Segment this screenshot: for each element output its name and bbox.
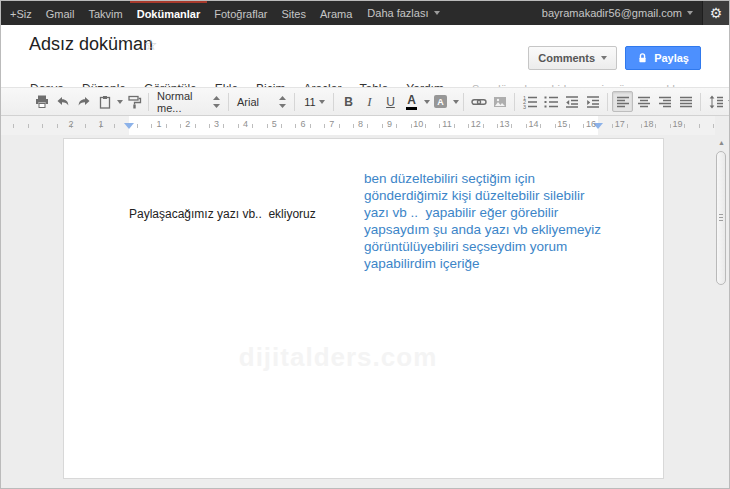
document-text-line: gönderdiğimiz kişi düzeltebilir silebili… (364, 187, 601, 204)
font-value: Arial (237, 96, 279, 108)
chevron-down-icon (319, 100, 325, 104)
topbar-nav-item[interactable]: Sites (274, 1, 312, 25)
share-button[interactable]: Paylaş (625, 46, 701, 70)
paint-format-button[interactable] (123, 91, 144, 112)
topbar-right: bayramakadir56@gmail.com ⚙ (533, 1, 729, 25)
align-left-button[interactable] (612, 91, 633, 112)
topbar-nav-item[interactable]: Arama (313, 1, 359, 25)
ruler-number: 4 (243, 120, 248, 129)
styles-value: Normal me... (157, 90, 213, 114)
ruler[interactable]: 2112345678910111213141516171819 (1, 116, 715, 135)
account-menu[interactable]: bayramakadir56@gmail.com (533, 1, 702, 25)
toolbar-separator (607, 93, 608, 111)
ruler-number: 2 (185, 120, 190, 129)
highlight-color-button[interactable]: A (430, 91, 451, 112)
comments-button[interactable]: Comments (528, 46, 617, 70)
toolbar-separator (333, 93, 334, 111)
svg-text:3: 3 (523, 103, 526, 109)
toolbar-separator (148, 93, 149, 111)
document-blue-text[interactable]: ben düzeltebiliri seçtiğim içingönderdiğ… (364, 170, 601, 272)
chevron-down-icon (601, 56, 607, 60)
ruler-number: 6 (300, 120, 305, 129)
ruler-number: 11 (442, 120, 451, 129)
toolbar-separator (294, 93, 295, 111)
star-icon[interactable]: ☆ (144, 36, 157, 54)
underline-button[interactable]: U (380, 91, 401, 112)
insert-image-button[interactable] (489, 91, 510, 112)
document-text[interactable]: Paylaşacağımız yazı vb.. ekliyoruz (129, 207, 316, 221)
document-text-line: görüntülüyebiliri seçseydim yorum (364, 238, 601, 255)
line-spacing-button[interactable] (705, 91, 726, 112)
font-size-dropdown[interactable]: 11 (299, 91, 329, 112)
redo-button[interactable] (73, 91, 94, 112)
ruler-number: 12 (471, 120, 481, 129)
account-email: bayramakadir56@gmail.com (542, 7, 682, 19)
document-title[interactable]: Adsız doküman (29, 34, 153, 55)
print-button[interactable] (31, 91, 52, 112)
align-right-button[interactable] (654, 91, 675, 112)
topbar-nav-item[interactable]: Gmail (39, 1, 82, 25)
scrollbar-grip (719, 214, 723, 221)
comments-label: Comments (538, 52, 595, 64)
scrollbar-thumb[interactable] (716, 151, 726, 285)
topbar-nav-item[interactable]: +Siz (3, 1, 39, 25)
ruler-number: 18 (644, 120, 654, 129)
justify-button[interactable] (675, 91, 696, 112)
toolbar-separator (463, 93, 464, 111)
updown-icon (213, 96, 220, 108)
share-label: Paylaş (654, 52, 689, 64)
styles-dropdown[interactable]: Normal me... (153, 91, 224, 112)
ruler-number: 5 (272, 120, 277, 129)
increase-indent-button[interactable] (582, 91, 603, 112)
ruler-number: 9 (387, 120, 392, 129)
more-label: Daha fazlası (367, 7, 428, 19)
updown-icon (279, 96, 286, 108)
document-area: Paylaşacağımız yazı vb.. ekliyoruz ben d… (1, 135, 729, 488)
toolbar: Normal me... Arial 11 B I U A A (1, 87, 729, 116)
topbar-nav-item[interactable]: Takvim (81, 1, 129, 25)
scrollbar-up-arrow[interactable]: ▲ (715, 137, 728, 149)
chevron-down-icon[interactable] (453, 100, 459, 104)
ruler-number: 3 (214, 120, 219, 129)
ruler-number: 7 (329, 120, 334, 129)
google-services-nav: +SizGmailTakvimDokümanlarFotoğraflarSite… (3, 1, 359, 25)
undo-button[interactable] (52, 91, 73, 112)
insert-link-button[interactable] (468, 91, 489, 112)
italic-button[interactable]: I (359, 91, 380, 112)
toolbar-separator (700, 93, 701, 111)
document-text-line: yapabilirdim içeriğe (364, 255, 601, 272)
ruler-number: 10 (413, 120, 423, 129)
ruler-number: 2 (68, 120, 73, 129)
lock-icon (637, 52, 648, 64)
text-color-button[interactable]: A (401, 91, 422, 112)
bulleted-list-button[interactable] (540, 91, 561, 112)
left-indent-marker[interactable] (124, 123, 134, 129)
ruler-number: 15 (557, 120, 567, 129)
toolbar-separator (228, 93, 229, 111)
align-center-button[interactable] (633, 91, 654, 112)
text-color-letter: A (407, 94, 416, 106)
header-buttons: Comments Paylaş (528, 46, 701, 70)
watermark: dijitalders.com (178, 342, 498, 373)
gear-icon: ⚙ (710, 6, 723, 20)
decrease-indent-button[interactable] (561, 91, 582, 112)
paste-button[interactable] (94, 91, 115, 112)
document-text-line: yazı vb .. yapabilir eğer görebilir (364, 204, 601, 221)
font-size-value: 11 (303, 96, 317, 108)
document-header: Adsız doküman ☆ Comments Paylaş DosyaDüz… (1, 25, 729, 87)
ruler-number: 8 (358, 120, 363, 129)
bold-button[interactable]: B (338, 91, 359, 112)
document-text-line: yapsaydım şu anda yazı vb ekliyemeyiz (364, 221, 601, 238)
topbar-nav-item[interactable]: Fotoğraflar (207, 1, 274, 25)
numbered-list-button[interactable]: 123 (519, 91, 540, 112)
settings-button[interactable]: ⚙ (702, 1, 729, 25)
topbar-nav-item[interactable]: Dokümanlar (130, 1, 208, 25)
topbar-more-menu[interactable]: Daha fazlası (359, 1, 447, 25)
toolbar-separator (514, 93, 515, 111)
vertical-scrollbar[interactable]: ▲ (715, 135, 728, 488)
document-page[interactable]: Paylaşacağımız yazı vb.. ekliyoruz ben d… (63, 138, 664, 479)
ruler-number: 1 (98, 120, 103, 129)
document-text-line: ben düzeltebiliri seçtiğim için (364, 170, 601, 187)
font-dropdown[interactable]: Arial (233, 91, 290, 112)
google-topbar: +SizGmailTakvimDokümanlarFotoğraflarSite… (1, 1, 729, 25)
